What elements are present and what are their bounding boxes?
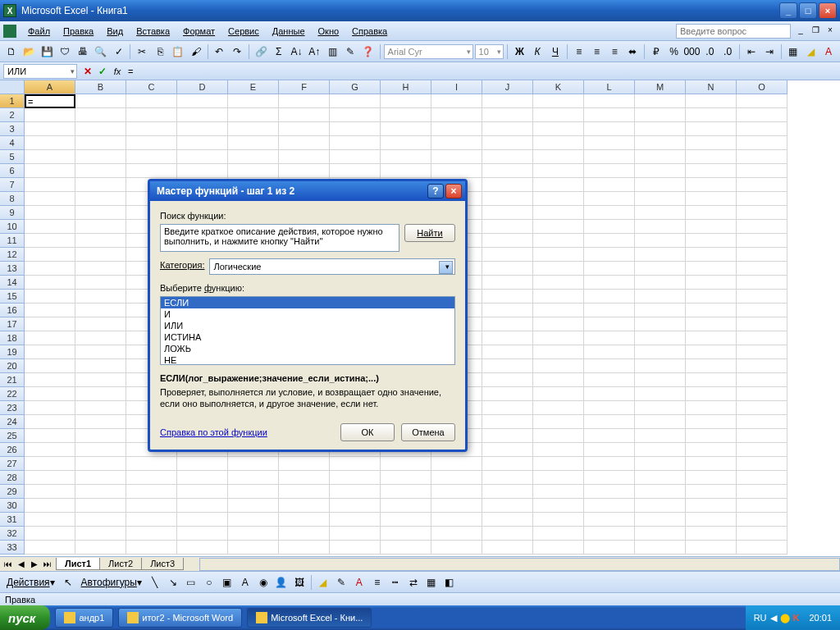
currency-icon[interactable]: ₽	[648, 43, 664, 60]
cell[interactable]	[584, 471, 635, 485]
row-header[interactable]: 30	[0, 499, 25, 513]
row-header[interactable]: 9	[0, 206, 25, 220]
tab-nav-first-icon[interactable]: ⏮	[2, 559, 15, 568]
function-list-item[interactable]: ИСТИНА	[161, 331, 454, 343]
taskbar-item[interactable]: андр1	[55, 608, 113, 628]
cell[interactable]	[635, 122, 686, 136]
cell[interactable]	[25, 359, 75, 373]
column-header[interactable]: K	[533, 80, 584, 94]
cell[interactable]	[737, 317, 788, 331]
cell[interactable]	[75, 122, 126, 136]
cell[interactable]	[635, 206, 686, 220]
cell[interactable]	[126, 457, 177, 471]
cell[interactable]	[584, 443, 635, 457]
cell[interactable]	[381, 457, 431, 471]
cell[interactable]	[75, 359, 126, 373]
cell[interactable]	[737, 345, 788, 359]
font-size-combo[interactable]: 10	[475, 44, 504, 59]
cell[interactable]	[533, 178, 584, 192]
cell[interactable]	[431, 164, 482, 178]
cell[interactable]	[584, 359, 635, 373]
cell[interactable]	[533, 499, 584, 513]
cell[interactable]	[431, 150, 482, 164]
cell[interactable]	[482, 345, 533, 359]
diagram-icon[interactable]: ◉	[255, 574, 272, 591]
cell[interactable]	[533, 387, 584, 401]
cell[interactable]	[25, 234, 75, 248]
cell[interactable]	[75, 429, 126, 443]
cell[interactable]	[330, 457, 381, 471]
menu-insert[interactable]: Вставка	[130, 24, 176, 39]
cell[interactable]	[75, 471, 126, 485]
cell[interactable]	[737, 443, 788, 457]
cell[interactable]	[737, 136, 788, 150]
cell[interactable]	[533, 485, 584, 499]
cell[interactable]	[533, 108, 584, 122]
cell[interactable]	[177, 541, 228, 555]
cell[interactable]	[635, 527, 686, 541]
name-box[interactable]: ИЛИ	[3, 64, 77, 79]
cell[interactable]	[330, 136, 381, 150]
help-icon[interactable]: ❓	[360, 43, 377, 60]
row-header[interactable]: 7	[0, 178, 25, 192]
row-header[interactable]: 15	[0, 290, 25, 304]
cell[interactable]	[533, 150, 584, 164]
cell[interactable]	[431, 136, 482, 150]
cell[interactable]	[686, 94, 737, 108]
cell[interactable]	[584, 485, 635, 499]
cell[interactable]	[228, 94, 279, 108]
cell[interactable]	[584, 164, 635, 178]
cell[interactable]	[381, 513, 431, 527]
function-list-item[interactable]: ИЛИ	[161, 320, 454, 331]
cell[interactable]	[25, 457, 75, 471]
row-header[interactable]: 20	[0, 359, 25, 373]
cell[interactable]	[533, 457, 584, 471]
cell[interactable]	[635, 192, 686, 206]
function-list-item[interactable]: И	[161, 308, 454, 320]
row-header[interactable]: 23	[0, 401, 25, 415]
cell[interactable]	[635, 499, 686, 513]
picture-icon[interactable]: 🖼	[291, 574, 308, 591]
cell[interactable]	[737, 122, 788, 136]
cell[interactable]	[533, 443, 584, 457]
decrease-decimal-icon[interactable]: .0	[719, 43, 736, 60]
cell[interactable]	[279, 513, 330, 527]
cell[interactable]	[482, 220, 533, 234]
row-header[interactable]: 3	[0, 122, 25, 136]
cell[interactable]	[533, 345, 584, 359]
cell[interactable]	[737, 499, 788, 513]
cell[interactable]	[228, 471, 279, 485]
menu-file[interactable]: Файл	[21, 24, 57, 39]
increase-indent-icon[interactable]: ⇥	[761, 43, 778, 60]
cell[interactable]	[584, 401, 635, 415]
decrease-indent-icon[interactable]: ⇤	[743, 43, 760, 60]
cell[interactable]	[330, 513, 381, 527]
cell[interactable]	[686, 527, 737, 541]
cell[interactable]	[75, 401, 126, 415]
cell[interactable]	[330, 471, 381, 485]
cell[interactable]	[737, 331, 788, 345]
cell[interactable]	[75, 317, 126, 331]
cell[interactable]	[25, 304, 75, 317]
cell[interactable]	[737, 192, 788, 206]
permission-icon[interactable]: 🛡	[57, 43, 73, 60]
arrow-style-icon[interactable]: ⇄	[405, 574, 422, 591]
cell[interactable]	[75, 387, 126, 401]
menu-view[interactable]: Вид	[100, 24, 130, 39]
cell[interactable]	[126, 527, 177, 541]
cell[interactable]	[431, 485, 482, 499]
cell[interactable]	[177, 499, 228, 513]
cell[interactable]	[533, 359, 584, 373]
horizontal-scrollbar[interactable]	[199, 558, 840, 571]
cell[interactable]	[228, 457, 279, 471]
cell[interactable]	[584, 192, 635, 206]
sheet-tab[interactable]: Лист2	[99, 558, 142, 570]
column-header[interactable]: N	[686, 80, 737, 94]
cell[interactable]	[75, 136, 126, 150]
menu-tools[interactable]: Сервис	[221, 24, 266, 39]
category-select[interactable]: Логические	[209, 258, 455, 275]
cell[interactable]	[126, 541, 177, 555]
row-header[interactable]: 19	[0, 345, 25, 359]
cell[interactable]	[25, 136, 75, 150]
function-list-item[interactable]: ЛОЖЬ	[161, 343, 454, 354]
